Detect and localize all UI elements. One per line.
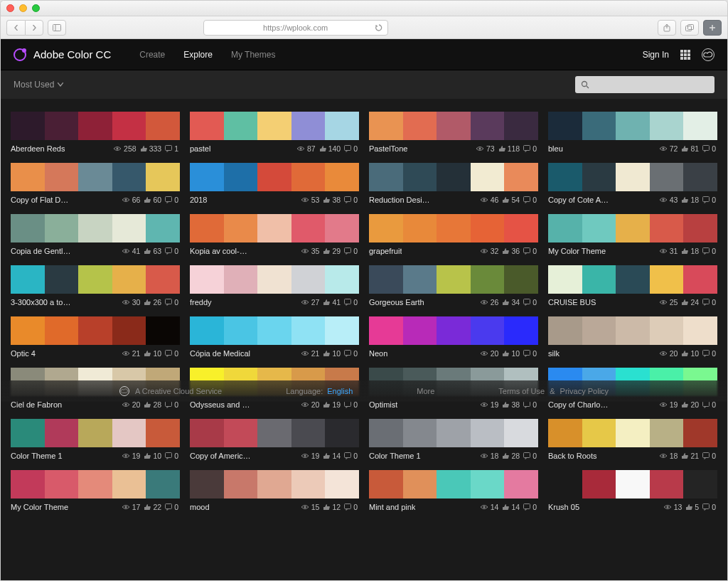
swatch xyxy=(504,265,538,294)
theme-card[interactable]: Optic 421100 xyxy=(11,316,180,358)
theme-card[interactable]: Copy of Cote Azur43180 xyxy=(548,163,717,204)
swatch xyxy=(112,163,146,191)
likes-icon xyxy=(502,247,509,255)
swatch xyxy=(369,112,403,140)
swatch xyxy=(325,112,359,140)
theme-meta: CRUISE BUS25240 xyxy=(548,298,717,307)
close-window-button[interactable] xyxy=(6,4,14,12)
theme-card[interactable]: 3-300x300 a todo color30260 xyxy=(11,265,180,307)
likes-count: 14 xyxy=(511,503,520,511)
likes-count: 24 xyxy=(690,298,699,307)
likes-count: 12 xyxy=(332,503,341,511)
views-count: 26 xyxy=(491,298,499,307)
svg-point-33 xyxy=(304,302,306,304)
theme-card[interactable]: Copia de Gentle Waves41630 xyxy=(11,214,180,255)
swatch xyxy=(78,163,112,191)
sort-dropdown[interactable]: Most Used xyxy=(14,80,63,90)
likes-icon xyxy=(323,350,330,357)
theme-card[interactable]: freddy27410 xyxy=(190,265,359,307)
views-count: 18 xyxy=(491,452,499,460)
theme-card[interactable]: Back to Roots18210 xyxy=(548,419,717,460)
likes-icon xyxy=(502,196,509,203)
theme-card[interactable]: silk20100 xyxy=(548,316,717,358)
likes-icon xyxy=(144,196,151,203)
theme-card[interactable]: grapefruit32360 xyxy=(369,214,538,255)
theme-card[interactable]: Gorgeous Earth26340 xyxy=(369,265,538,307)
new-tab-button[interactable] xyxy=(703,20,722,36)
tabs-button[interactable] xyxy=(680,20,699,36)
themes-scroll-area[interactable]: Aberdeen Reds2583331pastel871400PastelTo… xyxy=(1,99,727,580)
app-switcher-icon[interactable] xyxy=(680,50,690,60)
likes-icon xyxy=(144,503,151,511)
theme-name: 2018 xyxy=(190,196,207,204)
theme-card[interactable]: mood15120 xyxy=(190,470,359,511)
theme-card[interactable]: Color Theme 119100 xyxy=(11,419,180,460)
zoom-window-button[interactable] xyxy=(32,4,40,12)
forward-button[interactable] xyxy=(25,20,43,36)
theme-card[interactable]: CRUISE BUS25240 xyxy=(548,265,717,307)
comments-count: 0 xyxy=(532,196,537,204)
theme-meta: Color Theme 119100 xyxy=(11,452,180,460)
theme-card[interactable]: Krush 051350 xyxy=(548,470,717,511)
swatch xyxy=(112,214,146,242)
views-icon xyxy=(659,248,668,254)
theme-card[interactable]: PastelTone731180 xyxy=(369,112,538,153)
theme-card[interactable]: bleu72810 xyxy=(548,112,717,153)
creative-cloud-icon[interactable] xyxy=(702,48,714,61)
likes-icon xyxy=(323,503,330,511)
theme-meta: Copy of Americana19140 xyxy=(190,452,359,460)
likes-icon xyxy=(323,247,330,255)
nav-tab-my-themes[interactable]: My Themes xyxy=(231,50,275,60)
nav-tab-explore[interactable]: Explore xyxy=(183,50,213,60)
likes-icon xyxy=(144,247,151,255)
views-icon xyxy=(122,453,130,459)
back-button[interactable] xyxy=(6,20,25,36)
swatch xyxy=(369,316,403,345)
theme-card[interactable]: 201853380 xyxy=(190,163,359,204)
swatch xyxy=(190,112,224,140)
nav-tab-create[interactable]: Create xyxy=(139,50,165,60)
swatch xyxy=(504,419,538,447)
sign-in-link[interactable]: Sign In xyxy=(643,50,669,60)
minimize-window-button[interactable] xyxy=(19,4,27,12)
theme-card[interactable]: Aberdeen Reds2583331 xyxy=(11,112,180,153)
swatch xyxy=(582,112,616,140)
theme-card[interactable]: Cópia de Medical21100 xyxy=(190,316,359,358)
footer-language-link[interactable]: English xyxy=(327,387,353,395)
theme-meta: Optic 421100 xyxy=(11,349,180,358)
swatch xyxy=(78,112,112,140)
theme-stats: 19100 xyxy=(122,452,180,460)
svg-rect-40 xyxy=(166,351,172,356)
comments-icon xyxy=(702,299,710,306)
theme-meta: Copy of Flat Design Colors v266600 xyxy=(11,196,180,204)
footer-terms-link[interactable]: Terms of Use xyxy=(498,387,545,395)
theme-name: CRUISE BUS xyxy=(548,298,596,307)
theme-card[interactable]: Mint and pink14140 xyxy=(369,470,538,511)
theme-card[interactable]: Kopia av cool-one35290 xyxy=(190,214,359,255)
sidebar-button[interactable] xyxy=(48,20,66,36)
likes-count: 10 xyxy=(511,349,520,358)
theme-card[interactable]: pastel871400 xyxy=(190,112,359,153)
search-input[interactable] xyxy=(575,76,714,93)
theme-card[interactable]: Color Theme 118280 xyxy=(369,419,538,460)
svg-rect-12 xyxy=(524,146,530,151)
footer-privacy-link[interactable]: Privacy Policy xyxy=(560,387,609,395)
swatch xyxy=(616,470,650,499)
theme-card[interactable]: Copy of Americana19140 xyxy=(190,419,359,460)
address-bar[interactable]: https://wplook.com xyxy=(203,20,388,36)
comments-count: 0 xyxy=(353,298,358,307)
reload-icon[interactable] xyxy=(375,23,383,32)
views-count: 87 xyxy=(307,144,316,153)
theme-card[interactable]: Copy of Flat Design Colors v266600 xyxy=(11,163,180,204)
comments-count: 0 xyxy=(532,349,537,358)
theme-card[interactable]: My Color Theme17220 xyxy=(11,470,180,511)
likes-count: 140 xyxy=(328,144,341,153)
share-button[interactable] xyxy=(658,20,676,36)
footer-more-link[interactable]: More xyxy=(417,387,434,395)
theme-card[interactable]: My Color Theme31180 xyxy=(548,214,717,255)
swatch xyxy=(683,163,717,191)
theme-card[interactable]: Reduction Design46540 xyxy=(369,163,538,204)
theme-swatches xyxy=(190,316,359,345)
theme-card[interactable]: Neon20100 xyxy=(369,316,538,358)
theme-stats: 871400 xyxy=(296,144,359,153)
